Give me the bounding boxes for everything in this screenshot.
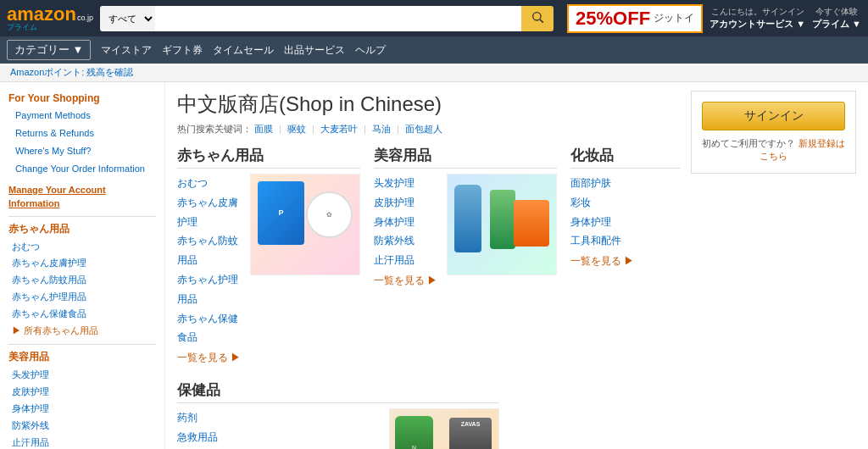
- sidebar-link-returns[interactable]: Returns & Refunds: [15, 125, 156, 142]
- health-link-1[interactable]: 急救用品: [177, 428, 381, 447]
- baby-link-3[interactable]: 赤ちゃん护理用品: [177, 270, 242, 309]
- sidebar-beauty-skin[interactable]: 皮肤护理: [12, 384, 156, 401]
- svg-line-1: [540, 19, 543, 23]
- sidebar-baby-food[interactable]: 赤ちゃん保健食品: [12, 306, 156, 323]
- makeup-link-3[interactable]: 工具和配件: [570, 231, 681, 251]
- beauty-link-3[interactable]: 防紫外线: [374, 231, 438, 251]
- main-layout: For Your Shopping Payment Methods Return…: [0, 82, 868, 449]
- category-row-1: 赤ちゃん用品 おむつ 赤ちゃん皮膚护理 赤ちゃん防蚊用品 赤ちゃん护理用品 赤ち…: [177, 146, 681, 365]
- search-input[interactable]: [155, 6, 521, 31]
- logo-suffix: co.jp: [77, 14, 93, 22]
- prime-cta[interactable]: 今すぐ体験 プライム ▼: [812, 6, 861, 30]
- keyword-5[interactable]: 面包超人: [405, 124, 442, 134]
- search-keywords-row: 热门搜索关键词： 面膜 | 驱蚊 | 大麦若叶 | 马油 | 面包超人: [177, 123, 681, 136]
- sidebar-link-whereismystuff[interactable]: Where's My Stuff?: [15, 142, 156, 160]
- baby-links: おむつ 赤ちゃん皮膚护理 赤ちゃん防蚊用品 赤ちゃん护理用品 赤ちゃん保健食品 …: [177, 174, 242, 365]
- beauty-link-0[interactable]: 头发护理: [374, 174, 438, 193]
- section-beauty-title: 美容用品: [374, 146, 557, 169]
- sidebar-beauty-antiperspirant[interactable]: 止汗用品: [12, 435, 156, 449]
- nav-selling[interactable]: 出品サービス: [284, 43, 345, 58]
- search-category-select[interactable]: すべて: [100, 6, 155, 31]
- greeting: こんにちは。サインイン: [709, 6, 805, 18]
- baby-product-image: P ✿: [250, 174, 360, 275]
- header: amazon co.jp プライム すべて 25%OFF ジットイ こんにちは。…: [0, 0, 868, 36]
- signin-new-user: 初めてご利用ですか？ 新規登録はこちら: [702, 137, 845, 163]
- sidebar: For Your Shopping Payment Methods Return…: [0, 82, 165, 449]
- nav-timesale[interactable]: タイムセール: [213, 43, 274, 58]
- signin-button[interactable]: サインイン: [702, 102, 845, 130]
- section-makeup: 化妆品 面部护肤 彩妆 身体护理 工具和配件 一覧を見る ▶: [570, 146, 681, 365]
- makeup-links: 面部护肤 彩妆 身体护理 工具和配件 一覧を見る ▶: [570, 174, 681, 269]
- beauty-product-image: [447, 174, 557, 275]
- signin-box: サインイン 初めてご利用ですか？ 新規登録はこちら: [691, 91, 856, 174]
- points-link[interactable]: Amazonポイント: 残高を確認: [10, 67, 133, 77]
- search-button[interactable]: [521, 6, 554, 31]
- makeup-link-0[interactable]: 面部护肤: [570, 174, 681, 193]
- section-makeup-title: 化妆品: [570, 146, 681, 169]
- sidebar-beauty-hair[interactable]: 头发护理: [12, 367, 156, 384]
- sidebar-for-shopping: For Your Shopping: [8, 92, 156, 104]
- keyword-2[interactable]: 驱蚊: [287, 124, 306, 134]
- search-keyword-label: 热门搜索关键词：: [177, 124, 252, 134]
- health-link-0[interactable]: 药剂: [177, 408, 381, 428]
- baby-link-0[interactable]: おむつ: [177, 174, 242, 193]
- sidebar-beauty-uv[interactable]: 防紫外线: [12, 418, 156, 435]
- account-service[interactable]: こんにちは。サインイン アカウントサービス ▼: [709, 6, 805, 30]
- prime-cta-top: 今すぐ体験: [812, 6, 861, 18]
- makeup-see-all[interactable]: 一覧を見る ▶: [570, 254, 681, 269]
- header-right: 25%OFF ジットイ こんにちは。サインイン アカウントサービス ▼ 今すぐ体…: [567, 4, 861, 33]
- sidebar-link-payment[interactable]: Payment Methods: [15, 107, 156, 125]
- beauty-link-1[interactable]: 皮肤护理: [374, 193, 438, 213]
- content-with-signin: 中文版商店(Shop in Chinese) 热门搜索关键词： 面膜 | 驱蚊 …: [177, 91, 856, 449]
- sidebar-baby-care[interactable]: 赤ちゃん护理用品: [12, 289, 156, 306]
- section-health: 保健品 药剂 急救用品 防蚊用品 生理用品 安全套 一覧を見る ▶: [177, 380, 499, 449]
- baby-link-2[interactable]: 赤ちゃん防蚊用品: [177, 231, 242, 270]
- sidebar-baby-header: 赤ちゃん用品: [8, 216, 156, 236]
- sidebar-manage-account[interactable]: Manage Your AccountInformation: [8, 183, 156, 211]
- beauty-links: 头发护理 皮肤护理 身体护理 防紫外线 止汗用品 一覧を見る ▶: [374, 174, 438, 288]
- sidebar-link-changeorder[interactable]: Change Your Order Information: [15, 160, 156, 178]
- search-icon: [531, 10, 544, 24]
- section-baby-content: おむつ 赤ちゃん皮膚护理 赤ちゃん防蚊用品 赤ちゃん护理用品 赤ちゃん保健食品 …: [177, 174, 360, 365]
- subheader: カテゴリー ▼ マイストア ギフト券 タイムセール 出品サービス ヘルプ: [0, 36, 868, 64]
- kw-sep-3: |: [364, 124, 366, 134]
- prime-label: プライム: [7, 22, 37, 33]
- sidebar-beauty-header: 美容用品: [8, 344, 156, 364]
- category-button[interactable]: カテゴリー ▼: [7, 40, 91, 60]
- sidebar-baby-mosquito[interactable]: 赤ちゃん防蚊用品: [12, 272, 156, 289]
- points-bar: Amazonポイント: 残高を確認: [0, 64, 868, 82]
- beauty-see-all[interactable]: 一覧を見る ▶: [374, 274, 438, 288]
- keyword-3[interactable]: 大麦若叶: [320, 124, 358, 134]
- page-title: 中文版商店(Shop in Chinese): [177, 91, 681, 118]
- beauty-link-2[interactable]: 身体护理: [374, 213, 438, 232]
- sidebar-baby-skincare[interactable]: 赤ちゃん皮膚护理: [12, 255, 156, 272]
- sidebar-baby-seeall[interactable]: ▶ 所有赤ちゃん用品: [12, 323, 156, 340]
- nav-help[interactable]: ヘルプ: [355, 43, 386, 58]
- nav-gift[interactable]: ギフト券: [162, 43, 203, 58]
- keyword-4[interactable]: 马油: [372, 124, 391, 134]
- section-beauty: 美容用品 头发护理 皮肤护理 身体护理 防紫外线 止汗用品 一覧を見る ▶: [374, 146, 557, 365]
- section-baby: 赤ちゃん用品 おむつ 赤ちゃん皮膚护理 赤ちゃん防蚊用品 赤ちゃん护理用品 赤ち…: [177, 146, 360, 365]
- baby-link-4[interactable]: 赤ちゃん保健食品: [177, 309, 242, 348]
- kw-sep-4: |: [397, 124, 399, 134]
- promo-banner: 25%OFF ジットイ: [567, 4, 703, 33]
- makeup-link-1[interactable]: 彩妆: [570, 193, 681, 213]
- keyword-1[interactable]: 面膜: [254, 124, 273, 134]
- beauty-link-4[interactable]: 止汗用品: [374, 251, 438, 270]
- health-product-image: N ZAVAS: [389, 408, 499, 449]
- search-bar: すべて: [100, 6, 554, 31]
- promo-text: 25%OFF: [576, 8, 650, 30]
- logo: amazon co.jp プライム: [7, 3, 93, 33]
- account-label: アカウントサービス ▼: [709, 18, 805, 30]
- kw-sep-1: |: [279, 124, 281, 134]
- sidebar-baby-diapers[interactable]: おむつ: [12, 239, 156, 256]
- baby-link-1[interactable]: 赤ちゃん皮膚护理: [177, 193, 242, 232]
- health-links: 药剂 急救用品 防蚊用品 生理用品 安全套 一覧を見る ▶: [177, 408, 381, 449]
- sidebar-beauty-body[interactable]: 身体护理: [12, 401, 156, 418]
- section-health-title: 保健品: [177, 380, 499, 403]
- prime-cta-bottom: プライム ▼: [812, 18, 861, 30]
- baby-see-all[interactable]: 一覧を見る ▶: [177, 351, 242, 365]
- nav-mystore[interactable]: マイストア: [101, 43, 152, 58]
- makeup-link-2[interactable]: 身体护理: [570, 213, 681, 232]
- svg-point-0: [533, 13, 541, 20]
